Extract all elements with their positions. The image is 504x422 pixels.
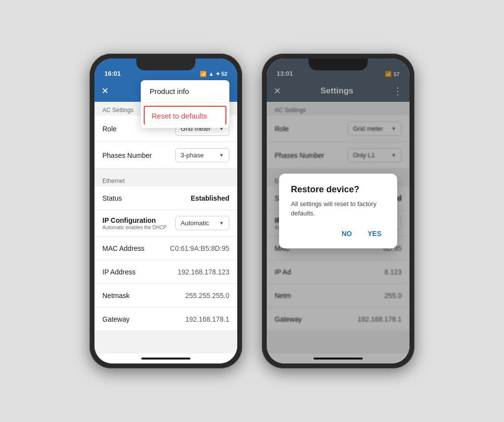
gateway-value-1: 192.168.178.1: [185, 315, 229, 323]
ip-value-1: 192.168.178.123: [178, 268, 229, 276]
ip-label-1: IP Address: [102, 268, 135, 276]
home-indicator-1: [94, 354, 237, 363]
wifi-icon-1: 📶: [200, 71, 207, 77]
ip-config-sub-1: Automatic enables the DHCP: [102, 225, 166, 230]
restore-dialog: Restore device? All settings will reset …: [279, 174, 397, 248]
ip-config-dropdown-1[interactable]: Automatic ▼: [175, 216, 229, 230]
ip-config-row-1: IP Configuration Automatic enables the D…: [94, 210, 237, 237]
phases-label-1: Phases Number: [102, 151, 152, 159]
ip-config-label-1: IP Configuration: [102, 216, 166, 224]
content-1: AC Settings Role Grid meter ▼ Phases Num…: [94, 102, 237, 354]
mac-label-1: MAC Address: [102, 244, 145, 252]
close-button-1[interactable]: ✕: [101, 86, 109, 96]
phone-1: 16:01 📶 ▲ ✦ 52 ✕ Settings Product info R…: [90, 54, 242, 368]
dialog-actions: NO YES: [291, 227, 385, 241]
notch-1: [136, 59, 195, 70]
status-label-1: Status: [102, 194, 122, 202]
reset-defaults-button[interactable]: Reset to defaults: [144, 106, 226, 125]
phases-row-1: Phases Number 3-phase ▼: [94, 142, 237, 169]
mac-value-1: C0:61:9A:B5:8D:95: [170, 244, 229, 252]
ethernet-header-1: Ethernet: [94, 173, 237, 186]
phone-2: 13:01 📶 57 ✕ Settings ⋮ AC Settings Role…: [262, 54, 414, 368]
dialog-overlay: Restore device? All settings will reset …: [267, 59, 410, 363]
role-label-1: Role: [102, 125, 117, 133]
gateway-row-1: Gateway 192.168.178.1: [94, 307, 237, 331]
status-icons-1: 📶 ▲ ✦ 52: [200, 71, 227, 77]
status-row-1: Status Established: [94, 186, 237, 210]
time-1: 16:01: [104, 70, 121, 77]
dialog-message: All settings will reset to factory defau…: [291, 200, 385, 217]
product-info-item[interactable]: Product info: [141, 80, 229, 103]
netmask-value-1: 255.255.255.0: [185, 292, 229, 300]
home-bar-1: [141, 358, 190, 360]
netmask-label-1: Netmask: [102, 292, 129, 300]
netmask-row-1: Netmask 255.255.255.0: [94, 284, 237, 307]
dialog-title: Restore device?: [291, 184, 385, 195]
divider-1: [94, 169, 237, 173]
ip-config-arrow-1: ▼: [219, 220, 224, 226]
popup-menu-1: Product info Reset to defaults: [141, 80, 229, 128]
ip-row-1: IP Address 192.168.178.123: [94, 260, 237, 284]
phases-value-1: 3-phase: [181, 151, 204, 159]
dialog-yes-button[interactable]: YES: [364, 227, 385, 241]
battery-1: ▲ ✦ 52: [209, 71, 227, 77]
dialog-no-button[interactable]: NO: [338, 227, 356, 241]
mac-row-1: MAC Address C0:61:9A:B5:8D:95: [94, 237, 237, 260]
phases-dropdown-1[interactable]: 3-phase ▼: [175, 148, 229, 162]
ip-config-value-1: Automatic: [181, 219, 209, 227]
status-value-1: Established: [190, 194, 229, 202]
gateway-label-1: Gateway: [102, 315, 129, 323]
phases-arrow-1: ▼: [219, 152, 224, 158]
